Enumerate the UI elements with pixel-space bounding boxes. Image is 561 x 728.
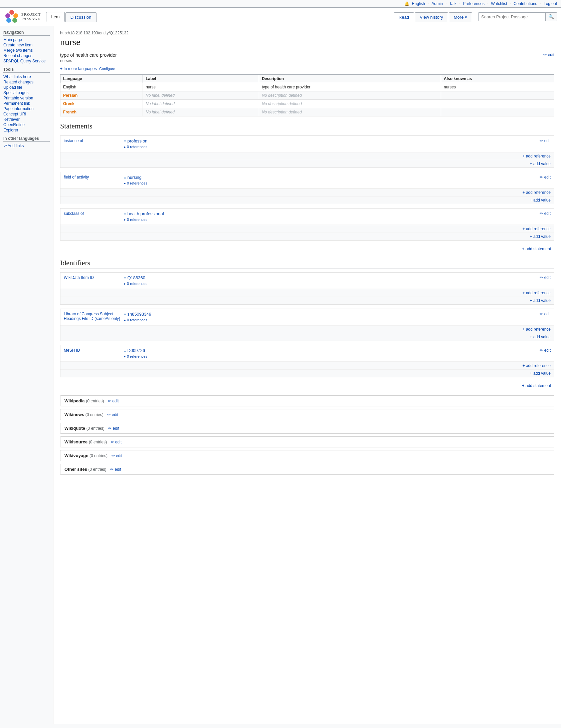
sitelinks-edit-button[interactable]: ✏ edit	[108, 399, 119, 403]
sidebar-other-languages: In other languages ↗ Add links	[3, 136, 50, 148]
identifier-value-link[interactable]: Q186360	[127, 275, 145, 280]
statement-property-link[interactable]: field of activity	[64, 175, 89, 179]
identifier-references[interactable]: ▸ 0 references	[124, 318, 540, 322]
add-reference-button[interactable]: + add reference	[523, 327, 551, 332]
identifier-edit-button[interactable]: ✏ edit	[540, 312, 551, 316]
statement-references[interactable]: ▸ 0 references	[124, 218, 540, 222]
lang-table-row: Persian No label defined No description …	[60, 91, 554, 100]
description-area: type of health care provider nurses ✏ ed…	[60, 52, 554, 63]
statement-edit-button[interactable]: ✏ edit	[540, 211, 551, 216]
talk-link[interactable]: Talk	[449, 1, 456, 6]
sitelinks-count: (0 entries)	[89, 453, 108, 458]
sidebar-item-concept-uri[interactable]: Concept URI	[3, 111, 50, 117]
sitelinks-count: (0 entries)	[86, 426, 105, 431]
add-value-button[interactable]: + add value	[530, 234, 551, 239]
add-value-button[interactable]: + add value	[530, 298, 551, 303]
sitelinks-edit-button[interactable]: ✏ edit	[112, 453, 123, 458]
statement-value-link[interactable]: nursing	[127, 175, 142, 180]
sitelinks-edit-button[interactable]: ✏ edit	[107, 412, 118, 417]
sidebar-item-recent-changes[interactable]: Recent changes	[3, 53, 50, 58]
statement-references[interactable]: ▸ 0 references	[124, 145, 540, 149]
add-value-button[interactable]: + add value	[530, 335, 551, 339]
statement-value-area: ≡ nursing ▸ 0 references	[124, 175, 540, 186]
contributions-link[interactable]: Contributions	[514, 1, 537, 6]
identifier-value: ≡ D009726	[124, 348, 540, 353]
logout-link[interactable]: Log out	[544, 1, 557, 6]
add-reference-button[interactable]: + add reference	[523, 190, 551, 195]
sidebar-item-permanent-link[interactable]: Permanent link	[3, 101, 50, 106]
lang-table-row: Greek No label defined No description de…	[60, 100, 554, 108]
sidebar-item-page-information[interactable]: Page information	[3, 106, 50, 111]
sitelinks-edit-button[interactable]: ✏ edit	[108, 426, 119, 431]
pencil-icon: ✏	[543, 52, 547, 57]
sidebar-item-upload-file[interactable]: Upload file	[3, 85, 50, 90]
add-value-button[interactable]: + add value	[530, 371, 551, 376]
statement-references[interactable]: ▸ 0 references	[124, 181, 540, 186]
search-button[interactable]: 🔍	[545, 13, 557, 21]
statement-property-link[interactable]: subclass of	[64, 211, 84, 216]
action-view-history[interactable]: View history	[415, 12, 448, 22]
add-identifier-statement-link[interactable]: + add statement	[522, 383, 551, 388]
sidebar-item-explorer[interactable]: Explorer	[3, 127, 50, 133]
action-more-btn[interactable]: More ▾	[449, 12, 472, 22]
description-value: nurses	[60, 58, 554, 63]
add-reference-button[interactable]: + add reference	[523, 154, 551, 158]
add-statement-link[interactable]: + add statement	[522, 247, 551, 251]
statement-actions: ✏ edit	[540, 175, 551, 179]
in-more-languages-link[interactable]: + In more languages	[60, 66, 97, 71]
svg-point-0	[9, 10, 14, 15]
tab-item[interactable]: Item	[46, 12, 64, 22]
add-value-button[interactable]: + add value	[530, 198, 551, 203]
add-value-button[interactable]: + add value	[530, 161, 551, 166]
statement-value-link[interactable]: profession	[127, 138, 147, 143]
statement-property-link[interactable]: instance of	[64, 138, 83, 143]
sidebar-item-create-new-item[interactable]: Create new item	[3, 42, 50, 48]
english-link[interactable]: English	[412, 1, 425, 6]
action-read[interactable]: Read	[394, 12, 414, 22]
search-input[interactable]	[479, 13, 545, 21]
statement-edit-button[interactable]: ✏ edit	[540, 138, 551, 143]
statement-value-link[interactable]: health professional	[127, 211, 164, 216]
add-reference-button[interactable]: + add reference	[523, 227, 551, 231]
add-reference-button[interactable]: + add reference	[523, 291, 551, 295]
sidebar-item-printable-version[interactable]: Printable version	[3, 95, 50, 101]
preferences-link[interactable]: Preferences	[463, 1, 485, 6]
identifier-property-link[interactable]: Library of Congress Subject Headings Fil…	[64, 312, 120, 321]
identifier-actions: ✏ edit	[540, 348, 551, 353]
configure-link[interactable]: Configure	[99, 67, 115, 71]
add-reference-button[interactable]: + add reference	[523, 363, 551, 368]
sidebar-item-special-pages[interactable]: Special pages	[3, 90, 50, 95]
identifier-property-link[interactable]: WikiData Item ID	[64, 275, 94, 280]
watchlist-link[interactable]: Watchlist	[491, 1, 507, 6]
identifier-value-area: ≡ Q186360 ▸ 0 references	[124, 275, 540, 286]
sidebar-add-links[interactable]: ↗ Add links	[3, 143, 50, 148]
sitelinks-edit-button[interactable]: ✏ edit	[111, 440, 122, 444]
sidebar-item-main-page[interactable]: Main page	[3, 37, 50, 42]
add-identifier-statement-button[interactable]: + add statement	[60, 381, 554, 390]
nav-sep: ·	[445, 1, 446, 6]
description-edit-button[interactable]: ✏ edit	[543, 52, 554, 57]
sidebar-item-related-changes[interactable]: Related changes	[3, 79, 50, 85]
identifier-references[interactable]: ▸ 0 references	[124, 282, 540, 286]
admin-link[interactable]: Admin	[431, 1, 443, 6]
sitelinks-block: Wikivoyage (0 entries) ✏ edit	[60, 450, 554, 461]
sidebar-item-openrefine[interactable]: OpenRefine	[3, 122, 50, 127]
identifier-value-link[interactable]: sh85093349	[127, 312, 151, 317]
sidebar-item-retriever[interactable]: Retriever	[3, 117, 50, 122]
identifier-edit-button[interactable]: ✏ edit	[540, 275, 551, 280]
statement-actions: ✏ edit	[540, 138, 551, 143]
identifier-edit-button[interactable]: ✏ edit	[540, 348, 551, 353]
main-content: http://18.218.102.193/entity/Q1225132 nu…	[53, 26, 561, 724]
tabs-bar: Item Discussion Read View history More ▾	[46, 12, 473, 22]
sitelinks-edit-button[interactable]: ✏ edit	[110, 467, 121, 472]
sidebar-item-sparql-query[interactable]: SPARQL Query Service	[3, 58, 50, 64]
sidebar-item-merge-two-items[interactable]: Merge two items	[3, 48, 50, 53]
identifier-value-link[interactable]: D009726	[127, 348, 145, 353]
lang-cell-language: Greek	[60, 100, 143, 108]
tab-discussion[interactable]: Discussion	[65, 12, 97, 22]
statement-edit-button[interactable]: ✏ edit	[540, 175, 551, 179]
identifier-property-link[interactable]: MeSH ID	[64, 348, 80, 353]
sidebar-item-what-links-here[interactable]: What links here	[3, 74, 50, 79]
identifier-references[interactable]: ▸ 0 references	[124, 354, 540, 359]
add-statement-button[interactable]: + add statement	[60, 245, 554, 253]
